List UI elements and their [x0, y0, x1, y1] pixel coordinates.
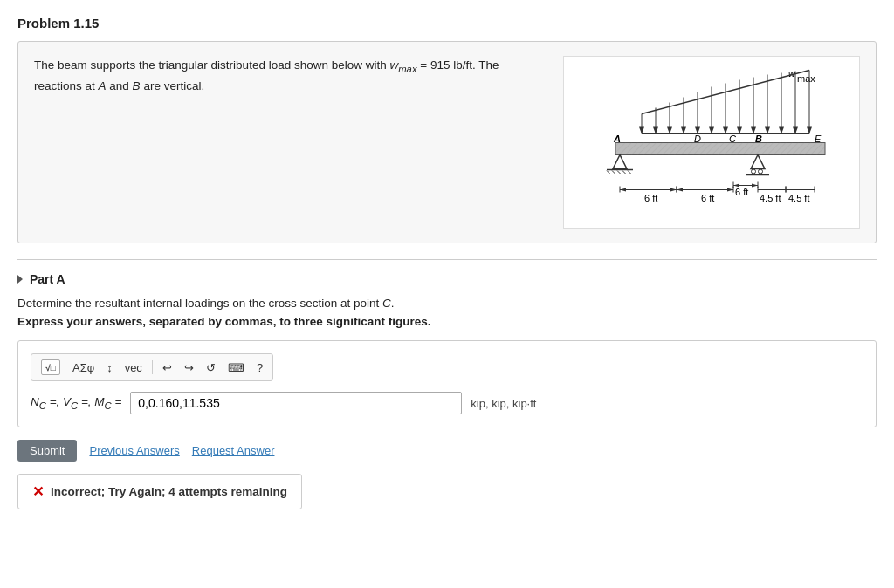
part-instruction: Express your answers, separated by comma… — [17, 315, 877, 328]
aso-btn[interactable]: ΑΣφ — [68, 359, 99, 376]
svg-marker-9 — [681, 127, 686, 134]
svg-marker-17 — [737, 127, 742, 134]
problem-title: Problem 1.15 — [17, 16, 877, 31]
svg-marker-27 — [807, 127, 812, 134]
svg-marker-21 — [765, 127, 770, 134]
svg-marker-3 — [639, 127, 644, 134]
svg-text:E: E — [815, 133, 822, 144]
reactions-suffix: are vertical. — [143, 79, 204, 92]
toolbar-separator — [152, 360, 153, 374]
svg-marker-15 — [723, 127, 728, 134]
svg-rect-32 — [615, 143, 825, 155]
svg-text:6 ft: 6 ft — [701, 193, 714, 203]
error-box: ✕ Incorrect; Try Again; 4 attempts remai… — [17, 474, 302, 509]
refresh-btn[interactable]: ↺ — [202, 359, 220, 376]
answer-input[interactable] — [130, 392, 462, 414]
help-icon: ? — [257, 361, 263, 374]
section-divider — [17, 259, 877, 260]
vec-label: vec — [125, 361, 142, 374]
redo-btn[interactable]: ↪ — [180, 359, 198, 376]
vec-btn[interactable]: vec — [120, 359, 147, 376]
beam-diagram: w max — [563, 56, 860, 229]
answer-box: √□ ΑΣφ ↕ vec ↩ ↪ ↺ ⌨ — [17, 340, 877, 427]
svg-text:6 ft: 6 ft — [735, 187, 748, 197]
point-a-label: A — [99, 79, 107, 92]
svg-marker-65 — [752, 184, 758, 188]
svg-line-39 — [628, 171, 631, 174]
svg-marker-25 — [793, 127, 798, 134]
collapse-triangle-icon[interactable] — [17, 275, 23, 284]
svg-text:C: C — [729, 133, 736, 144]
submit-button[interactable]: Submit — [17, 440, 77, 462]
svg-line-36 — [612, 171, 615, 174]
undo-btn[interactable]: ↩ — [158, 359, 176, 376]
action-row: Submit Previous Answers Request Answer — [17, 440, 877, 462]
svg-marker-53 — [670, 188, 677, 192]
svg-text:A: A — [613, 133, 621, 144]
problem-statement: The beam supports the triangular distrib… — [34, 58, 387, 72]
redo-icon: ↪ — [184, 361, 194, 374]
wmax-sub: max — [398, 64, 416, 74]
svg-marker-13 — [709, 127, 714, 134]
format-box-btn[interactable]: √□ — [37, 358, 65, 377]
arrows-icon: ↕ — [107, 361, 113, 374]
svg-line-35 — [607, 171, 610, 174]
svg-text:4.5 ft: 4.5 ft — [760, 193, 781, 203]
refresh-icon: ↺ — [206, 361, 216, 374]
svg-marker-7 — [667, 127, 672, 134]
part-description: Determine the resultant internal loading… — [17, 297, 877, 310]
svg-marker-23 — [779, 127, 784, 134]
svg-marker-40 — [751, 155, 765, 169]
svg-marker-33 — [613, 155, 627, 169]
request-answer-button[interactable]: Request Answer — [192, 444, 275, 457]
svg-marker-52 — [620, 188, 626, 192]
keyboard-btn[interactable]: ⌨ — [224, 359, 249, 376]
math-toolbar: √□ ΑΣφ ↕ vec ↩ ↪ ↺ ⌨ — [31, 353, 273, 381]
part-a-header: Part A — [17, 272, 877, 286]
point-b-label: B — [133, 79, 141, 92]
error-message: Incorrect; Try Again; 4 attempts remaini… — [51, 485, 287, 498]
help-btn[interactable]: ? — [252, 359, 267, 376]
svg-marker-5 — [653, 127, 658, 134]
point-c-label: C — [382, 297, 391, 310]
svg-line-38 — [622, 171, 626, 174]
svg-text:D: D — [694, 133, 701, 144]
svg-marker-59 — [727, 188, 733, 192]
input-label: NC =, VC =, MC = — [31, 395, 121, 411]
unit-label: kip, kip, kip·ft — [471, 397, 536, 410]
wmax-symbol: wmax — [390, 58, 417, 72]
svg-line-37 — [617, 171, 621, 174]
aso-label: ΑΣφ — [72, 361, 94, 374]
error-icon: ✕ — [32, 483, 44, 500]
previous-answers-button[interactable]: Previous Answers — [89, 444, 179, 457]
svg-text:4.5 ft: 4.5 ft — [788, 193, 809, 203]
svg-marker-58 — [677, 188, 683, 192]
svg-text:max: max — [797, 73, 815, 84]
svg-text:B: B — [755, 133, 762, 144]
problem-box: The beam supports the triangular distrib… — [17, 41, 877, 243]
svg-text:6 ft: 6 ft — [644, 193, 657, 203]
wmax-value: = 915 lb/ft. — [420, 58, 475, 72]
and-text: and — [109, 79, 132, 92]
svg-point-42 — [759, 169, 763, 174]
part-a-label: Part A — [30, 272, 65, 286]
arrows-btn[interactable]: ↕ — [102, 359, 117, 376]
undo-icon: ↩ — [162, 361, 172, 374]
sqrt-icon: √□ — [41, 359, 60, 375]
input-row: NC =, VC =, MC = kip, kip, kip·ft — [31, 392, 863, 414]
problem-text: The beam supports the triangular distrib… — [34, 56, 546, 95]
keyboard-icon: ⌨ — [228, 361, 244, 374]
svg-point-41 — [752, 169, 756, 174]
beam-svg: w max — [572, 64, 851, 221]
